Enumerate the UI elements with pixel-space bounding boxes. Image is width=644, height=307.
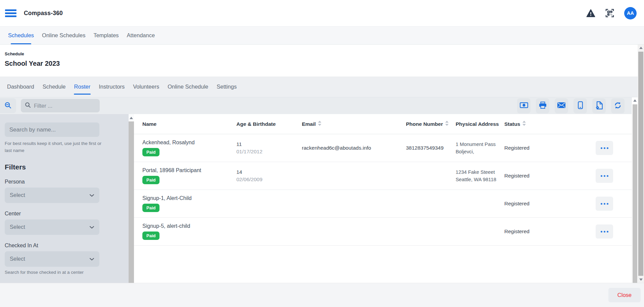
tab-instructors[interactable]: Instructors: [98, 76, 125, 97]
print-button[interactable]: [536, 98, 549, 113]
app-title: Compass-360: [24, 10, 63, 17]
address: 1234 Fake SteeetSeattle, WA 98118: [456, 168, 504, 183]
table-row: Signup-1, Alert-Child Paid Registered: [134, 190, 632, 218]
row-actions-button[interactable]: [596, 169, 613, 183]
table-row: Signup-5, alert-child Paid Registered: [134, 218, 632, 246]
scroll-up-arrow[interactable]: [639, 47, 643, 49]
refresh-icon: [614, 101, 622, 110]
age: 11: [236, 141, 302, 147]
sort-icon: [522, 121, 526, 127]
column-header-phone[interactable]: Phone Number: [406, 121, 456, 127]
tab-roster[interactable]: Roster: [74, 76, 91, 97]
tab-online-schedules[interactable]: Online Schedules: [42, 27, 85, 44]
scrollbar-thumb[interactable]: [129, 121, 134, 283]
row-actions-button[interactable]: [596, 141, 613, 155]
age: 14: [236, 169, 302, 175]
status: Registered: [504, 228, 555, 235]
close-button[interactable]: Close: [608, 288, 641, 302]
participant-name: Signup-1, Alert-Child: [142, 195, 192, 201]
refresh-button[interactable]: [611, 98, 625, 113]
schedule-name: School Year 2023: [5, 60, 638, 67]
persona-label: Persona: [5, 179, 129, 185]
column-header-status[interactable]: Status: [504, 121, 555, 127]
sidebar-scrollbar[interactable]: [129, 114, 134, 283]
persona-select[interactable]: Select: [5, 188, 99, 203]
warning-icon[interactable]: [586, 9, 595, 17]
row-actions-button[interactable]: [596, 197, 613, 211]
table-header-row: Name Age & Birthdate Email Phone Number …: [134, 114, 632, 134]
status: Registered: [504, 201, 555, 207]
filter-input[interactable]: [34, 103, 96, 109]
export-file-button[interactable]: [592, 98, 606, 113]
modal-footer: Close: [0, 283, 644, 307]
mobile-icon: [578, 101, 583, 110]
roster-table: Name Age & Birthdate Email Phone Number …: [134, 114, 632, 283]
participant-name: Ackenhead, Rosalynd: [142, 140, 195, 146]
paid-badge: Paid: [142, 232, 159, 240]
header-actions: AA: [586, 7, 637, 19]
center-label: Center: [5, 211, 129, 217]
page-body: Schedule School Year 2023 Dashboard Sche…: [0, 45, 644, 283]
chevron-down-icon: [89, 224, 94, 230]
column-header-address: Physical Address: [456, 121, 504, 127]
tab-schedule[interactable]: Schedule: [42, 76, 66, 97]
search-minus-icon: [4, 102, 12, 110]
table-row: Ackenhead, Rosalynd Paid 1101/17/2012 ra…: [134, 134, 632, 162]
qr-scan-icon[interactable]: [605, 9, 614, 17]
status: Registered: [504, 145, 555, 151]
tab-volunteers[interactable]: Volunteers: [133, 76, 159, 97]
participant-name: Signup-5, alert-child: [142, 223, 190, 229]
filters-title: Filters: [5, 163, 129, 171]
page-scrollbar[interactable]: [638, 45, 644, 283]
tab-attendance[interactable]: Attendance: [127, 27, 155, 44]
menu-icon[interactable]: [5, 8, 16, 18]
roster-filter-sidebar: For best results keep it short, use just…: [0, 114, 129, 283]
scrollbar-thumb[interactable]: [633, 104, 637, 283]
avatar[interactable]: AA: [624, 7, 637, 19]
email-button[interactable]: [555, 98, 568, 113]
paid-badge: Paid: [142, 176, 159, 184]
column-header-name: Name: [142, 121, 236, 127]
birthdate: 02/06/2009: [236, 176, 302, 183]
column-header-email[interactable]: Email: [302, 121, 406, 127]
checked-in-at-select[interactable]: Select: [5, 251, 99, 267]
roster-toolbar: [517, 98, 625, 113]
search-by-name-input[interactable]: [5, 122, 99, 137]
printer-icon: [539, 102, 547, 110]
payments-button[interactable]: [517, 98, 531, 113]
filter-toolbar: [0, 97, 632, 114]
tab-settings[interactable]: Settings: [216, 76, 237, 97]
tab-dashboard[interactable]: Dashboard: [7, 76, 35, 97]
file-settings-icon: [596, 101, 603, 110]
app-window: Compass-360 AA Schedules Online Schedule…: [0, 0, 644, 307]
phone: 3812837549349: [406, 145, 456, 151]
cash-icon: [520, 102, 528, 109]
collapse-search-panel-button[interactable]: [0, 98, 16, 113]
participant-name: Portal, 18968 Participant: [142, 167, 201, 173]
filter-input-wrap: [21, 99, 100, 112]
scroll-down-arrow[interactable]: [639, 278, 643, 281]
address: 1 Monument PassBoljevci,: [456, 141, 504, 155]
chevron-down-icon: [89, 256, 94, 262]
mobile-button[interactable]: [573, 98, 587, 113]
tab-online-schedule[interactable]: Online Schedule: [167, 76, 209, 97]
checked-in-at-label: Checked In At: [5, 243, 129, 249]
tab-templates[interactable]: Templates: [93, 27, 119, 44]
scroll-up-arrow[interactable]: [633, 99, 637, 102]
app-header: Compass-360 AA: [0, 0, 644, 26]
schedule-section-label: Schedule: [5, 51, 638, 56]
table-scrollbar[interactable]: [632, 97, 638, 283]
schedule-tab-bar: Dashboard Schedule Roster Instructors Vo…: [0, 76, 638, 97]
envelope-icon: [557, 102, 565, 109]
column-header-age-birthdate: Age & Birthdate: [236, 121, 302, 127]
tab-schedules[interactable]: Schedules: [8, 27, 34, 44]
sort-icon: [318, 121, 321, 127]
row-actions-button[interactable]: [596, 224, 613, 239]
search-icon: [25, 102, 31, 109]
center-select[interactable]: Select: [5, 219, 99, 235]
main-tab-bar: Schedules Online Schedules Templates Att…: [0, 26, 644, 45]
scroll-up-arrow[interactable]: [130, 117, 133, 119]
scrollbar-thumb[interactable]: [638, 52, 643, 276]
status: Registered: [504, 173, 555, 179]
birthdate: 01/17/2012: [236, 149, 302, 155]
